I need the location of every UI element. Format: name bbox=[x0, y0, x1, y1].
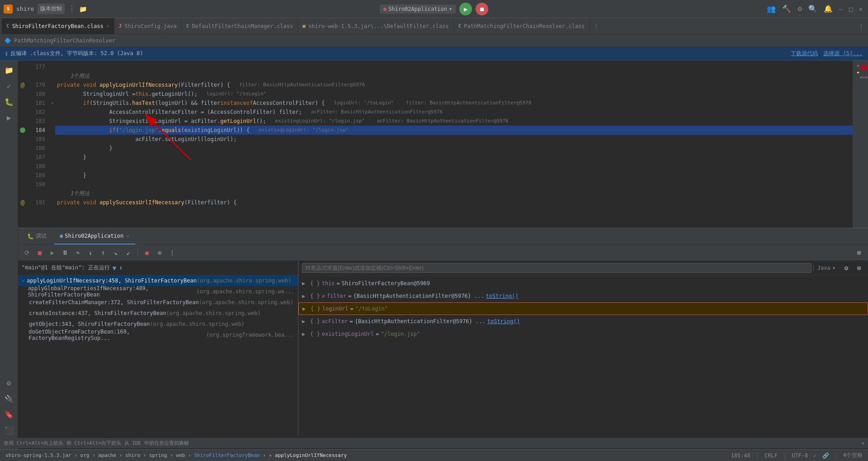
close-button[interactable]: ✕ bbox=[857, 5, 864, 13]
download-source-link[interactable]: 下载源代码 bbox=[791, 50, 818, 57]
activity-debug-icon[interactable]: 🐛 bbox=[3, 96, 15, 108]
tab-shiroconfig[interactable]: J ShiroConfig.java bbox=[114, 18, 182, 34]
debug-eval-btn[interactable]: ↙ bbox=[123, 247, 134, 258]
activity-settings2-icon[interactable]: ⚙ bbox=[5, 377, 13, 389]
stop-button[interactable]: ■ bbox=[476, 3, 488, 15]
activity-bookmark-icon[interactable]: 🔖 bbox=[3, 409, 15, 421]
watch-item-this[interactable]: ▶ { } this = ShiroFilterFactoryBean@5969 bbox=[298, 277, 868, 290]
tab-label: ShiroConfig.java bbox=[124, 23, 177, 29]
settings-icon[interactable]: ⚙ bbox=[796, 4, 804, 14]
watch-expand[interactable]: ⊞ bbox=[854, 263, 864, 273]
status-position[interactable]: 185:40 bbox=[731, 452, 750, 459]
menu-dots[interactable]: ⋮ bbox=[68, 5, 75, 13]
watch-expand-existing[interactable]: ▶ bbox=[302, 331, 308, 337]
kw-void: void bbox=[83, 80, 96, 89]
ln-185: 185 bbox=[27, 135, 45, 144]
debug-rerun-btn[interactable]: ⟳ bbox=[22, 247, 33, 258]
run-config[interactable]: ● Shiro02Application ▾ bbox=[380, 5, 456, 14]
watch-settings[interactable]: ⚙ bbox=[841, 263, 852, 273]
thread-header: "main"@1 在组"main": 正在运行 ▼ ⬇ bbox=[18, 261, 298, 275]
fold-185 bbox=[50, 135, 55, 144]
tab-pathmatch[interactable]: C PathMatchingFilterChainResolver.class bbox=[454, 18, 590, 34]
folder-icon[interactable]: 📁 bbox=[79, 5, 87, 13]
fold-181: ▾ bbox=[50, 99, 55, 108]
debug-runtocursor-btn[interactable]: ↘ bbox=[110, 247, 121, 258]
watch-tostring-filter[interactable]: toString() bbox=[486, 293, 519, 299]
activity-project-icon[interactable]: 📁 bbox=[3, 64, 15, 76]
watch-expand-this[interactable]: ▶ bbox=[302, 280, 308, 287]
stack-frame-3[interactable]: createFilterChainManager:372, ShiroFilte… bbox=[18, 297, 298, 308]
thread-filter-btn[interactable]: ▼ bbox=[113, 264, 116, 272]
lang-chevron: ▾ bbox=[832, 265, 835, 271]
debug-tab-close[interactable]: ✕ bbox=[126, 233, 129, 239]
tab-close[interactable]: ✕ bbox=[106, 23, 109, 29]
debug-resume-btn[interactable]: ▶ bbox=[47, 247, 58, 258]
right-sidebar-icons: ⬤ ⟺ bbox=[859, 61, 868, 228]
debug-pause-btn[interactable]: ⏸ bbox=[60, 247, 71, 258]
run-config-chevron: ▾ bbox=[449, 6, 452, 12]
rs-icon-1[interactable]: ⬤ bbox=[861, 64, 867, 71]
debug-mute-btn[interactable]: ⊙ bbox=[154, 247, 165, 258]
watch-item-filter[interactable]: ▶ { } ≠ filter = {BasicHttpAuthenticatio… bbox=[298, 290, 868, 302]
status-breadcrumb[interactable]: shiro-spring-1.5.3.jar › org › apache › … bbox=[5, 452, 347, 458]
bell-icon[interactable]: 🔔 bbox=[822, 4, 835, 14]
rs-icon-2[interactable]: ⟺ bbox=[860, 74, 868, 80]
debug-breakpoint-btn[interactable]: ● bbox=[142, 247, 152, 258]
status-line-ending[interactable]: CRLF bbox=[764, 452, 778, 459]
thread-down-btn[interactable]: ⬇ bbox=[119, 264, 123, 272]
kw-if: if bbox=[83, 99, 90, 108]
debug-more-btn[interactable]: ⋮ bbox=[167, 247, 178, 258]
debug-stepout-btn[interactable]: ↑ bbox=[98, 247, 108, 258]
code-line-179: private void applyLoginUrlIfNecessary (F… bbox=[55, 80, 853, 89]
vcs-button[interactable]: 版本控制 bbox=[38, 4, 65, 14]
watch-item-loginurl[interactable]: ▶ { } loginUrl = "/toLogin" bbox=[298, 302, 868, 315]
search-icon[interactable]: 🔍 bbox=[807, 4, 819, 14]
activity-plugin-icon[interactable]: 🔌 bbox=[3, 393, 15, 405]
line-numbers: 177 179 180 181 182 183 184 185 186 187 … bbox=[27, 61, 50, 228]
fn-applyLogin: applyLoginUrlIfNecessary bbox=[99, 80, 178, 89]
debug-stepinto-btn[interactable]: ↓ bbox=[85, 247, 96, 258]
code-content[interactable]: 1个用法 private void applyLoginUrlIfNecessa… bbox=[55, 61, 853, 228]
watch-item-existingloginurl[interactable]: ▶ { } existingLoginUrl = "/login.jsp" bbox=[298, 328, 868, 340]
watch-tostring-acfilter[interactable]: toString() bbox=[487, 318, 520, 325]
editor-and-debug: @ @ bbox=[18, 61, 868, 449]
status-encoding[interactable]: UTF-8 bbox=[792, 452, 808, 459]
tabs-settings[interactable]: ⋮ bbox=[854, 23, 868, 30]
maximize-button[interactable]: □ bbox=[847, 5, 854, 13]
tab-defaultfilterchain[interactable]: C DefaultFilterChainManager.class bbox=[182, 18, 298, 34]
watch-expand-filter[interactable]: ▶ bbox=[302, 293, 308, 299]
breakpoint-verified[interactable] bbox=[20, 127, 25, 133]
debug-stepover-btn[interactable]: ↷ bbox=[72, 247, 83, 258]
tabs-more[interactable]: ⋮ bbox=[590, 23, 603, 29]
tab-shirofilter[interactable]: C ShiroFilterFactoryBean.class ✕ bbox=[2, 18, 114, 34]
watch-item-acfilter[interactable]: ▶ { } acFilter = {BasicHttpAuthenticatio… bbox=[298, 315, 868, 328]
tab-defaultfilter-jar[interactable]: ▣ shiro-web-1.5.3.jar\...\DefaultFilter.… bbox=[298, 18, 453, 34]
watch-expand-acfilter[interactable]: ▶ bbox=[302, 318, 308, 325]
stack-frame-1[interactable]: ✓ applyLoginUrlIfNecessary:458, ShiroFil… bbox=[18, 275, 298, 286]
debug-tab-debug[interactable]: 🐛 调试 bbox=[22, 228, 52, 245]
status-class: ShiroFilterFactoryBean bbox=[194, 452, 260, 458]
ln-182: 182 bbox=[27, 108, 45, 117]
stack-frame-6[interactable]: doGetObjectFromFactoryBean:169, FactoryB… bbox=[18, 329, 298, 340]
activity-run-icon[interactable]: ▶ bbox=[5, 112, 13, 124]
activity-terminal-icon[interactable]: ⬛ bbox=[3, 424, 15, 437]
expression-input[interactable] bbox=[302, 263, 811, 273]
activity-commit-icon[interactable]: ✓ bbox=[5, 80, 13, 92]
lang-selector[interactable]: Java ▾ bbox=[813, 265, 839, 271]
stack-frame-5[interactable]: getObject:343, ShiroFilterFactoryBean (o… bbox=[18, 319, 298, 329]
users-icon[interactable]: 👥 bbox=[765, 4, 778, 14]
code-line-183: String existingLoginUrl = acFilter. getL… bbox=[55, 117, 853, 126]
status-indent[interactable]: 4个空格 bbox=[843, 452, 863, 459]
hammer-icon[interactable]: 🔨 bbox=[780, 4, 793, 14]
run-button[interactable]: ▶ bbox=[459, 3, 472, 15]
stack-frame-2[interactable]: applyGlobalPropertiesIfNecessary:489, Sh… bbox=[18, 286, 298, 297]
watch-key-loginurl: loginUrl bbox=[322, 306, 349, 312]
select-source-link[interactable]: 选择源 (S)... bbox=[823, 50, 863, 57]
debug-layout-btn[interactable]: ⊞ bbox=[854, 247, 864, 258]
debug-tab-app[interactable]: ● Shiro02Application ✕ bbox=[54, 228, 136, 245]
stack-frame-4[interactable]: createInstance:437, ShiroFilterFactoryBe… bbox=[18, 308, 298, 319]
minimize-button[interactable]: — bbox=[837, 5, 844, 13]
debug-stop-btn[interactable]: ■ bbox=[34, 247, 45, 258]
watch-expand-loginurl[interactable]: ▶ bbox=[302, 306, 309, 312]
gutter-comment1 bbox=[18, 71, 27, 80]
